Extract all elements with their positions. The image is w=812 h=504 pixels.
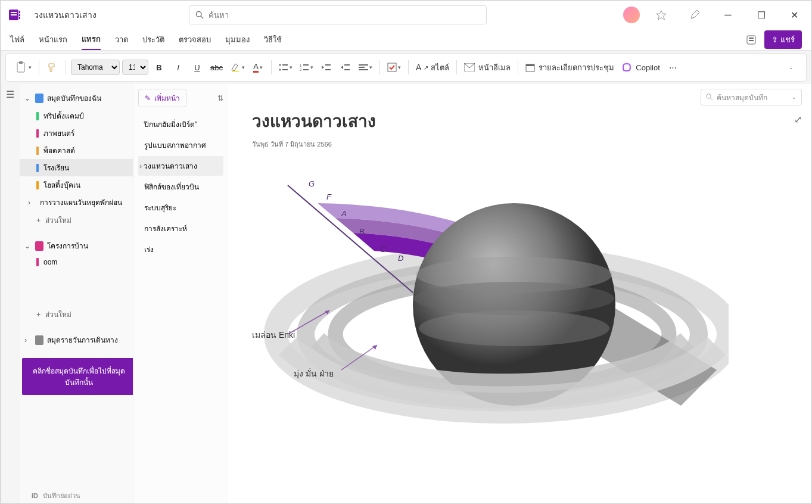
user-avatar[interactable] (623, 7, 640, 23)
tab-review[interactable]: ตรวจสอบ (179, 30, 211, 49)
search-input[interactable] (209, 11, 480, 20)
page-item[interactable]: รูปแบบสภาพอากาศ (138, 135, 223, 155)
underline-button[interactable]: U (189, 58, 206, 77)
page-item[interactable]: ระบบสุริยะ (138, 198, 223, 217)
annotation-straw: มุ่ง มั่น ฝ่าย (294, 367, 334, 380)
more-button[interactable]: ⋯ (665, 58, 682, 77)
highlight-button[interactable]: ▾ (228, 58, 247, 77)
maximize-button[interactable]: ☐ (749, 5, 773, 24)
tab-help[interactable]: วิธีใช้ (264, 30, 282, 49)
italic-button[interactable]: I (170, 58, 186, 77)
page-list: ✎เพิ่มหน้า ⇅ ปิกนกฮัมมิ่งเบิร์ด" รูปแบบส… (133, 84, 228, 504)
page-image: G F A B C D เมล่อน Enki มุ่ง มั่น ฝ่าย (252, 167, 729, 453)
svg-rect-11 (17, 63, 24, 72)
tab-insert[interactable]: แทรก (82, 29, 101, 50)
tab-view[interactable]: มุมมอง (225, 30, 250, 49)
add-section-button[interactable]: +ส่วนใหม่ (20, 211, 133, 229)
font-color-button[interactable]: A▾ (250, 58, 266, 77)
section-item[interactable]: ภาพยนตร์ (20, 125, 133, 142)
page-item[interactable]: ฟิสิกส์ของเที่ยวบิน (138, 177, 223, 197)
close-button[interactable]: ✕ (783, 5, 807, 24)
app-icon (5, 5, 24, 24)
svg-rect-12 (19, 61, 23, 64)
section-item[interactable]: โรงเรียน (20, 159, 133, 176)
section-item[interactable]: ทริปตั้งแคมป์ (20, 107, 133, 125)
notebook-item[interactable]: ⌄ สมุดบันทึกของฉัน (20, 89, 133, 107)
section-group-item[interactable]: ›การวางแผนวันหยุดพักผ่อน (20, 194, 133, 211)
svg-rect-1 (11, 12, 17, 13)
bullets-button[interactable]: ▾ (276, 58, 295, 77)
indent-button[interactable] (337, 58, 354, 77)
svg-point-16 (279, 69, 281, 71)
strike-button[interactable]: abc (208, 58, 225, 77)
add-section-button[interactable]: +ส่วนใหม่ (20, 305, 133, 323)
svg-rect-2 (11, 14, 17, 15)
section-item[interactable]: โฮสติ้งบุ๊คเน (20, 176, 133, 194)
notebook-icon (35, 241, 43, 251)
paste-button[interactable]: ▾ (13, 58, 34, 77)
svg-line-34 (711, 98, 713, 101)
expand-icon[interactable]: ⤢ (794, 114, 802, 125)
pen-icon[interactable] (683, 5, 707, 24)
search-notebooks-input[interactable]: ค้นหาสมุดบันทึก ⌄ (701, 89, 802, 105)
notebook-icon (35, 94, 43, 103)
share-button[interactable]: ⇪แชร์ (764, 30, 802, 49)
section-item[interactable]: oom (20, 255, 133, 269)
add-page-button[interactable]: ✎เพิ่มหน้า (138, 89, 186, 107)
font-select[interactable]: Tahoma (71, 60, 120, 75)
page-item[interactable]: ปิกนกฮัมมิ่งเบิร์ด" (138, 114, 223, 134)
page-item[interactable]: › วงแหวนดาวเสาง (138, 156, 223, 176)
styles-button[interactable]: A↗สไตล์ (413, 58, 452, 77)
svg-rect-9 (749, 38, 754, 39)
section-color (36, 129, 39, 138)
page-item[interactable]: เร่ง (138, 239, 223, 259)
email-page-button[interactable]: หน้าอีเมล (462, 58, 513, 77)
page-canvas[interactable]: ค้นหาสมุดบันทึก ⌄ ⤢ วงแหวนดาวเสาง วันพุธ… (228, 84, 811, 504)
notebook-item[interactable]: ⌄ โครงการบ้าน (20, 237, 133, 255)
copilot-button[interactable]: Copilot (619, 58, 662, 77)
ribbon-collapse-button[interactable]: ⌄ (782, 58, 799, 77)
share-icon: ⇪ (771, 35, 778, 44)
tab-file[interactable]: ไฟล์ (10, 30, 24, 49)
section-item[interactable]: พ็อดคาสต์ (20, 142, 133, 159)
svg-rect-24 (344, 64, 350, 66)
align-button[interactable]: ▾ (356, 58, 375, 77)
plus-icon: + (36, 310, 41, 319)
meeting-details-button[interactable]: รายละเอียดการประชุม (523, 58, 617, 77)
section-color (36, 147, 39, 155)
outdent-button[interactable] (318, 58, 335, 77)
svg-text:2: 2 (300, 68, 302, 71)
ring-label-d: D (398, 254, 403, 263)
tab-history[interactable]: ประวัติ (142, 30, 164, 49)
tab-home[interactable]: หน้าแรก (39, 30, 67, 49)
hamburger-icon[interactable]: ☰ (1, 84, 20, 105)
bold-button[interactable]: B (151, 58, 167, 77)
notebook-item[interactable]: › สมุดรายวันการเดินทาง (20, 331, 133, 349)
svg-rect-5 (19, 17, 20, 19)
ring-label-f: F (326, 192, 331, 201)
premium-icon[interactable] (649, 5, 673, 24)
numbering-button[interactable]: 12▾ (297, 58, 316, 77)
svg-point-6 (196, 11, 201, 17)
chevron-down-icon: ⌄ (792, 94, 797, 100)
size-select[interactable]: 11 (122, 60, 148, 75)
svg-rect-28 (359, 69, 368, 70)
page-title[interactable]: วงแหวนดาวเสาง (252, 108, 811, 134)
tab-draw[interactable]: วาด (115, 30, 128, 49)
format-painter-button[interactable] (44, 58, 61, 77)
page-item[interactable]: การสังเคราะห์ (138, 219, 223, 238)
sort-icon[interactable]: ⇅ (217, 94, 223, 102)
svg-point-42 (419, 310, 609, 346)
ring-label-g: G (309, 179, 315, 188)
section-color (36, 258, 39, 266)
chevron-right-icon: › (28, 198, 35, 207)
section-color (36, 181, 39, 189)
search-box[interactable] (189, 5, 487, 24)
svg-rect-25 (344, 69, 350, 70)
svg-rect-23 (325, 69, 331, 70)
minimize-button[interactable]: ─ (716, 5, 740, 24)
feed-icon[interactable] (743, 30, 760, 49)
todo-tag-button[interactable]: ▾ (385, 58, 403, 77)
notebook-icon (35, 335, 43, 345)
svg-rect-32 (526, 64, 534, 66)
